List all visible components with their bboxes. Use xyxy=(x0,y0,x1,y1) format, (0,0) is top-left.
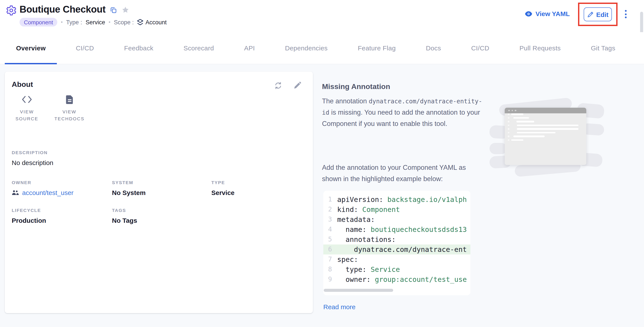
code-line-4: 4 name: boutiquecheckoutsdsds13 xyxy=(323,224,470,234)
field-type: TYPE Service xyxy=(211,180,234,196)
type-field-value: Service xyxy=(211,189,234,196)
tab-scorecard[interactable]: Scorecard xyxy=(172,32,225,64)
description-value: No description xyxy=(12,159,54,166)
entity-kind-badge: Component xyxy=(20,18,57,27)
entity-page: Boutique Checkout Component • Type : Ser… xyxy=(0,0,644,327)
body-post: is missing. You need to add the annotati… xyxy=(322,109,480,127)
field-system: SYSTEM No System xyxy=(112,180,146,196)
scope-label: Scope : xyxy=(114,19,134,26)
system-value: No System xyxy=(112,189,146,196)
owner-value: account/test_user xyxy=(22,189,74,196)
code-line-1: 1apiVersion: backstage.io/v1alph xyxy=(323,195,470,205)
scope-value-wrap: Account xyxy=(137,19,167,26)
field-tags: TAGS No Tags xyxy=(112,208,137,224)
favorite-star-icon[interactable] xyxy=(122,6,130,14)
code-horizontal-scrollbar[interactable] xyxy=(324,289,393,292)
field-lifecycle: LIFECYCLE Production xyxy=(12,208,46,224)
tab-ci-cd[interactable]: CI/CD xyxy=(64,32,105,64)
code-line-5: 5 annotations: xyxy=(323,234,470,244)
view-yaml-label: View YAML xyxy=(536,10,570,17)
pencil-icon xyxy=(587,11,594,18)
code-line-9: 9 owner: group:account/test_use xyxy=(323,274,470,284)
content-area: About VIEW S xyxy=(0,64,644,327)
tab-bar: OverviewCI/CDFeedbackScorecardAPIDepende… xyxy=(0,32,644,64)
about-card: About VIEW S xyxy=(5,72,313,313)
group-icon xyxy=(12,190,19,195)
body-pre: The annotation xyxy=(322,97,369,105)
edit-about-icon[interactable] xyxy=(293,81,302,90)
missing-annotation-title: Missing Annotation xyxy=(322,83,390,91)
tags-label: TAGS xyxy=(112,208,137,213)
code-line-6: 6 dynatrace.com/dynatrace-ent xyxy=(323,244,470,254)
lifecycle-value: Production xyxy=(12,217,46,224)
tab-git-tags[interactable]: Git Tags xyxy=(580,32,627,64)
tags-value: No Tags xyxy=(112,217,137,224)
document-icon xyxy=(66,94,73,105)
code-window-illustration xyxy=(490,101,605,176)
tab-dependencies[interactable]: Dependencies xyxy=(274,32,339,64)
system-label: SYSTEM xyxy=(112,180,146,185)
component-gear-icon xyxy=(6,5,17,16)
code-brackets-icon xyxy=(22,94,32,105)
field-description: DESCRIPTION No description xyxy=(12,150,54,166)
eye-icon xyxy=(525,11,532,17)
owner-label: OWNER xyxy=(12,180,74,185)
separator-dot: • xyxy=(108,19,110,25)
about-actions: VIEW SOURCE VIEW TECHDOCS xyxy=(8,94,88,122)
type-label: Type : xyxy=(66,19,82,26)
tab-pull-requests[interactable]: Pull Requests xyxy=(508,32,572,64)
edit-button[interactable]: Edit xyxy=(584,8,612,21)
owner-link[interactable]: account/test_user xyxy=(12,189,74,196)
about-card-title: About xyxy=(12,80,33,89)
illustration-titlebar xyxy=(505,108,586,113)
page-title: Boutique Checkout xyxy=(20,4,106,15)
entity-meta-row: Component • Type : Service • Scope : Acc… xyxy=(20,18,167,27)
more-options-menu[interactable] xyxy=(624,10,628,20)
view-yaml-link[interactable]: View YAML xyxy=(525,10,570,17)
title-row: Boutique Checkout xyxy=(20,4,130,15)
copy-icon[interactable] xyxy=(110,7,117,13)
code-line-2: 2kind: Component xyxy=(323,205,470,214)
scope-value: Account xyxy=(146,19,167,26)
tab-feature-flag[interactable]: Feature Flag xyxy=(346,32,407,64)
code-line-8: 8 type: Service xyxy=(323,264,470,274)
type-value: Service xyxy=(86,19,105,26)
edit-button-label: Edit xyxy=(596,11,609,18)
missing-annotation-body: The annotation dynatrace.com/dynatrace-e… xyxy=(322,96,484,129)
tab-docs[interactable]: Docs xyxy=(415,32,452,64)
field-owner: OWNER account/test_user xyxy=(12,180,74,196)
view-source-label: VIEW SOURCE xyxy=(9,108,45,122)
tab-api[interactable]: API xyxy=(233,32,266,64)
view-techdocs-button[interactable]: VIEW TECHDOCS xyxy=(51,94,88,122)
tab-feedback[interactable]: Feedback xyxy=(113,32,165,64)
tab-overview[interactable]: Overview xyxy=(5,32,57,64)
layers-icon xyxy=(137,19,143,26)
refresh-icon[interactable] xyxy=(274,81,282,90)
separator-dot: • xyxy=(61,19,62,25)
code-line-3: 3metadata: xyxy=(323,214,470,224)
description-label: DESCRIPTION xyxy=(12,150,54,155)
read-more-link[interactable]: Read more xyxy=(323,303,356,310)
lifecycle-label: LIFECYCLE xyxy=(12,208,46,213)
tab-ci-cd[interactable]: CI/CD xyxy=(460,32,500,64)
yaml-code-block: 1apiVersion: backstage.io/v1alph2kind: C… xyxy=(323,191,470,295)
page-header: Boutique Checkout Component • Type : Ser… xyxy=(0,0,644,32)
view-source-button[interactable]: VIEW SOURCE xyxy=(8,94,46,122)
annotation-instruction: Add the annotation to your Component YAM… xyxy=(322,162,484,185)
view-techdocs-label: VIEW TECHDOCS xyxy=(51,108,88,122)
code-line-7: 7spec: xyxy=(323,254,470,264)
type-field-label: TYPE xyxy=(211,180,234,185)
